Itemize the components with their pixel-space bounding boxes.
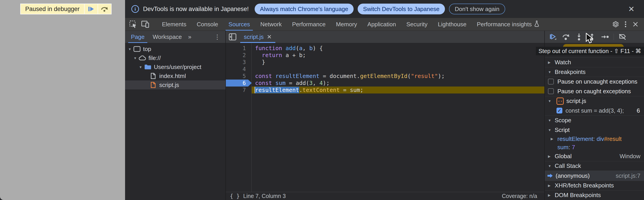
editor-tab-row: script.js ✕ — [226, 31, 544, 43]
line-number[interactable]: 1 — [226, 45, 252, 52]
step-out-icon[interactable] — [586, 32, 598, 42]
code-line-1[interactable]: 1function add(a, b) { — [226, 45, 544, 52]
breakpoint-entry-row[interactable]: ✓ const sum = add(3, 4); 6 — [545, 106, 644, 116]
resume-script-button[interactable] — [84, 4, 98, 14]
line-number[interactable]: 7 — [226, 86, 252, 93]
chevron-down-icon: ▼ — [548, 99, 554, 103]
section-breakpoints[interactable]: ▼ Breakpoints — [545, 67, 644, 77]
navigator-kebab-icon[interactable]: ⋮ — [209, 31, 226, 43]
scope-title: Scope — [555, 117, 571, 124]
code-token: ) { — [313, 45, 323, 51]
tree-item-script-js[interactable]: script.js — [125, 80, 226, 89]
chevron-down-icon: ▼ — [548, 164, 555, 168]
tab-sources[interactable]: Sources — [223, 18, 255, 30]
step-over-icon — [101, 5, 108, 12]
code-line-6[interactable]: 6const sum = add(3, 4); — [226, 80, 544, 86]
tab-network[interactable]: Network — [255, 18, 287, 30]
code-line-2[interactable]: 2 return a + b; — [226, 52, 544, 59]
tab-security[interactable]: Security — [401, 18, 433, 30]
editor-tab-close-icon[interactable]: ✕ — [267, 33, 272, 40]
chevron-down-icon[interactable]: ▼ — [138, 65, 143, 69]
chevron-right-icon: ▶ — [551, 137, 558, 141]
global-value: Window — [620, 153, 644, 160]
inspect-element-icon[interactable] — [128, 19, 138, 29]
editor-status-bar: { } Line 7, Column 3 Coverage: n/a — [226, 192, 544, 200]
editor-tab-scriptjs[interactable]: script.js ✕ — [239, 31, 276, 43]
checkbox-unchecked[interactable] — [548, 88, 554, 94]
checkbox-unchecked[interactable] — [548, 79, 554, 84]
step-into-icon[interactable] — [573, 32, 585, 42]
watch-title: Watch — [555, 59, 571, 66]
step-icon[interactable] — [599, 32, 611, 42]
more-options-kebab-icon[interactable] — [620, 19, 630, 29]
checkbox-checked[interactable]: ✓ — [556, 108, 562, 113]
line-number[interactable]: 5 — [226, 73, 252, 80]
tab-application[interactable]: Application — [362, 18, 401, 30]
pretty-print-icon[interactable]: { } — [230, 193, 240, 199]
code-line-3[interactable]: 3 } — [226, 59, 544, 66]
tab-lighthouse[interactable]: Lighthouse — [432, 18, 472, 30]
code-token: = add( — [286, 80, 309, 86]
tab-label: Sources — [228, 21, 250, 28]
navigator-pane: Page Workspace » ⋮ ▼top▼file://▼Users/us… — [125, 31, 226, 200]
tab-performance[interactable]: Performance — [287, 18, 331, 30]
breakpoint-badge[interactable]: 6 — [226, 80, 252, 86]
code-line-7[interactable]: 7resultElement.textContent = sum; — [226, 86, 544, 93]
notification-close-icon[interactable]: ✕ — [625, 4, 638, 14]
deactivate-breakpoints-icon[interactable] — [616, 32, 628, 42]
tab-page[interactable]: Page — [127, 31, 149, 43]
var-value-id: #result — [604, 136, 622, 143]
settings-gear-icon[interactable] — [611, 19, 620, 29]
tab-performance-insights[interactable]: Performance insights — [472, 18, 544, 30]
always-match-language-button[interactable]: Always match Chrome's language — [255, 3, 354, 14]
section-xhr-breakpoints[interactable]: ▶ XHR/fetch Breakpoints — [545, 181, 644, 190]
scope-var-resultElement[interactable]: ▶ resultElement: div#result — [545, 135, 644, 143]
switch-to-japanese-button[interactable]: Switch DevTools to Japanese — [358, 3, 445, 14]
tab-memory[interactable]: Memory — [331, 18, 362, 30]
scope-global-row[interactable]: ▶ Global Window — [545, 152, 644, 161]
call-stack-frame-row[interactable]: (anonymous) script.js:7 — [545, 171, 644, 181]
xhr-breakpoints-title: XHR/fetch Breakpoints — [555, 182, 614, 189]
tab-console[interactable]: Console — [192, 18, 223, 30]
pause-caught-row[interactable]: Pause on caught exceptions — [545, 86, 644, 96]
close-devtools-icon[interactable] — [630, 19, 640, 29]
line-number[interactable]: 2 — [226, 52, 252, 59]
scope-script-group[interactable]: ▼ Script — [545, 125, 644, 135]
chevron-down-icon[interactable]: ▼ — [133, 56, 138, 60]
scope-var-sum[interactable]: sum: 7 — [545, 143, 644, 152]
code-token: sum — [275, 80, 286, 86]
code-token: = document. — [320, 73, 360, 79]
code-line-4[interactable]: 4 — [226, 66, 544, 73]
section-watch[interactable]: ▶ Watch — [545, 57, 644, 67]
notification-bar: i DevTools is now available in Japanese!… — [125, 0, 644, 18]
tab-workspace[interactable]: Workspace — [149, 31, 186, 43]
tree-item-index-html[interactable]: index.html — [125, 71, 226, 80]
line-number[interactable]: 3 — [226, 59, 252, 66]
toggle-navigator-panel-icon[interactable] — [226, 31, 239, 43]
toggle-device-toolbar-icon[interactable] — [140, 19, 150, 29]
step-over-button[interactable] — [98, 4, 111, 14]
tree-item-file-[interactable]: ▼file:// — [125, 53, 226, 62]
code-line-5[interactable]: 5const resultElement = document.getEleme… — [226, 73, 544, 80]
chevron-down-icon[interactable]: ▼ — [127, 47, 132, 51]
code-editor[interactable]: 1function add(a, b) {2 return a + b;3 }4… — [226, 43, 544, 192]
line-number[interactable]: 4 — [226, 66, 252, 73]
tab-elements[interactable]: Elements — [157, 18, 192, 30]
step-over-icon[interactable] — [560, 32, 572, 42]
var-value-tag: div — [596, 136, 604, 143]
file-tree: ▼top▼file://▼Users/user/projectindex.htm… — [125, 43, 226, 89]
more-tabs-icon[interactable]: » — [186, 31, 194, 43]
notification-text: DevTools is now available in Japanese! — [143, 5, 249, 12]
resume-script-button[interactable] — [547, 32, 559, 42]
section-scope[interactable]: ▼ Scope — [545, 116, 644, 125]
breakpoints-title: Breakpoints — [555, 68, 586, 75]
section-dom-breakpoints[interactable]: ▶ DOM Breakpoints — [545, 190, 644, 200]
pause-uncaught-row[interactable]: Pause on uncaught exceptions — [545, 77, 644, 86]
pause-uncaught-label: Pause on uncaught exceptions — [558, 78, 638, 85]
tree-item-top[interactable]: ▼top — [125, 44, 226, 53]
section-call-stack[interactable]: ▼ Call Stack — [545, 161, 644, 171]
breakpoint-file-group[interactable]: ▼ ‹› script.js — [545, 96, 644, 106]
navigator-tab-row: Page Workspace » ⋮ — [125, 31, 226, 43]
dont-show-again-button[interactable]: Don't show again — [449, 3, 506, 14]
tree-item-users-user-project[interactable]: ▼Users/user/project — [125, 62, 226, 71]
